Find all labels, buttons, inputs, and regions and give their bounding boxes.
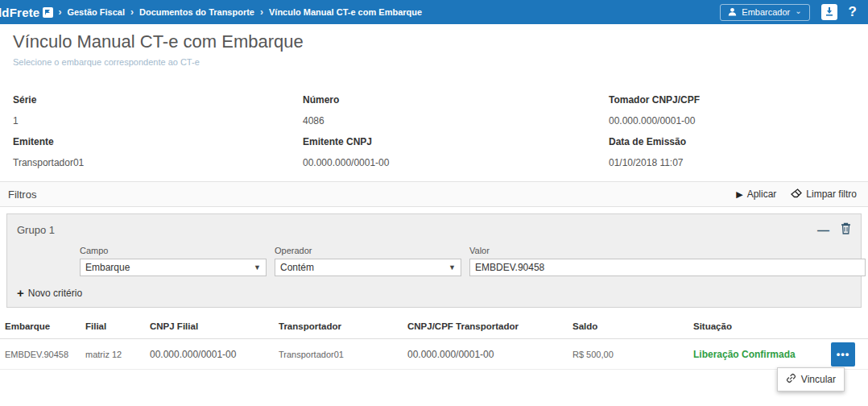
field-label: Emitente bbox=[13, 136, 303, 147]
help-button[interactable]: ? bbox=[849, 4, 860, 20]
campo-label: Campo bbox=[80, 246, 267, 255]
campo-select[interactable]: Embarque ▼ bbox=[80, 259, 267, 276]
cell-filial: matriz 12 bbox=[81, 350, 145, 359]
field-label: Tomador CNPJ/CPF bbox=[609, 94, 855, 106]
page-header: Vínculo Manual CT-e com Embarque Selecio… bbox=[0, 24, 868, 70]
field-value: 00.000.000/0001-00 bbox=[303, 157, 609, 168]
campo-select-value: Embarque bbox=[85, 262, 130, 273]
info-field-data-emissao: Data de Emissão 01/10/2018 11:07 bbox=[609, 136, 855, 168]
plus-icon: + bbox=[17, 288, 24, 298]
field-label: Data de Emissão bbox=[609, 136, 855, 147]
results-table: Embarque Filial CNPJ Filial Transportado… bbox=[0, 314, 868, 370]
app-logo[interactable]: ldFrete bbox=[0, 6, 53, 19]
apply-filter-label: Aplicar bbox=[747, 188, 777, 200]
col-embarque: Embarque bbox=[0, 314, 81, 338]
clear-filter-button[interactable]: Limpar filtro bbox=[791, 188, 857, 201]
vincular-label: Vincular bbox=[801, 374, 836, 385]
valor-label: Valor bbox=[469, 246, 866, 255]
breadcrumb-item-documentos-transporte[interactable]: Documentos do Transporte bbox=[139, 7, 254, 17]
col-cnpj-transportador: CNPJ/CPF Transportador bbox=[403, 314, 568, 338]
page-title: Vínculo Manual CT-e com Embarque bbox=[13, 31, 855, 52]
clear-filter-label: Limpar filtro bbox=[806, 188, 857, 200]
add-criteria-label: Novo critério bbox=[28, 288, 82, 299]
user-menu-button[interactable]: Embarcador ⌄ bbox=[720, 4, 809, 21]
filter-group-actions: — bbox=[817, 222, 851, 238]
cell-saldo: R$ 500,00 bbox=[568, 350, 688, 359]
page-subtitle: Selecione o embarque correspondente ao C… bbox=[13, 57, 855, 67]
breadcrumb-separator-icon: › bbox=[58, 6, 61, 18]
field-value: 1 bbox=[13, 115, 303, 126]
breadcrumb-item-gestao-fiscal[interactable]: Gestão Fiscal bbox=[67, 7, 125, 17]
info-field-emitente: Emitente Transportador01 bbox=[13, 136, 303, 168]
app-logo-text: ldFrete bbox=[0, 6, 39, 19]
play-icon: ▶ bbox=[736, 189, 742, 200]
topbar: ldFrete › Gestão Fiscal › Documentos do … bbox=[0, 0, 868, 24]
info-field-numero: Número 4086 bbox=[303, 94, 609, 126]
valor-input[interactable] bbox=[469, 259, 866, 276]
field-value: Transportador01 bbox=[13, 157, 303, 168]
table-row[interactable]: EMBDEV.90458 matriz 12 00.000.000/0001-0… bbox=[0, 339, 868, 370]
apply-filter-button[interactable]: ▶ Aplicar bbox=[736, 188, 776, 200]
user-menu-label: Embarcador bbox=[742, 7, 790, 17]
select-arrow-icon: ▼ bbox=[448, 263, 456, 271]
table-header: Embarque Filial CNPJ Filial Transportado… bbox=[0, 314, 868, 339]
info-field-serie: Série 1 bbox=[13, 94, 303, 126]
delete-group-button[interactable] bbox=[841, 222, 851, 238]
field-value: 00.000.000/0001-00 bbox=[609, 115, 855, 126]
col-situacao: Situação bbox=[688, 314, 868, 338]
filters-bar: Filtros ▶ Aplicar Limpar filtro bbox=[0, 181, 868, 207]
topbar-actions: Embarcador ⌄ ? bbox=[720, 4, 860, 21]
filter-group-header: Grupo 1 — bbox=[17, 222, 851, 238]
breadcrumb-separator-icon: › bbox=[260, 6, 263, 18]
operador-select[interactable]: Contém ▼ bbox=[275, 259, 461, 276]
cell-cnpj-transportador: 00.000.000/0001-00 bbox=[403, 349, 568, 360]
filter-group-title: Grupo 1 bbox=[17, 224, 55, 236]
col-transportador: Transportador bbox=[274, 314, 403, 338]
campo-field: Campo Embarque ▼ bbox=[80, 246, 267, 276]
download-icon bbox=[825, 5, 834, 19]
cell-embarque: EMBDEV.90458 bbox=[0, 350, 81, 359]
collapse-group-button[interactable]: — bbox=[817, 226, 829, 234]
select-arrow-icon: ▼ bbox=[254, 263, 261, 271]
field-label: Série bbox=[13, 94, 303, 106]
operador-field: Operador Contém ▼ bbox=[275, 246, 461, 276]
field-label: Emitente CNPJ bbox=[303, 136, 609, 147]
cte-info-section: Série 1 Número 4086 Tomador CNPJ/CPF 00.… bbox=[0, 70, 868, 181]
breadcrumb-separator-icon: › bbox=[130, 6, 134, 18]
breadcrumb-item-vinculo-manual[interactable]: Vínculo Manual CT-e com Embarque bbox=[269, 7, 422, 17]
flag-icon bbox=[43, 7, 53, 18]
minus-icon: — bbox=[817, 223, 829, 237]
user-icon bbox=[728, 7, 737, 18]
cell-transportador: Transportador01 bbox=[274, 350, 403, 359]
operador-select-value: Contém bbox=[280, 262, 314, 273]
eraser-icon bbox=[791, 188, 802, 201]
operador-label: Operador bbox=[275, 246, 461, 255]
chevron-down-icon: ⌄ bbox=[795, 6, 801, 15]
filters-actions: ▶ Aplicar Limpar filtro bbox=[736, 188, 857, 201]
add-criteria-button[interactable]: + Novo critério bbox=[17, 288, 82, 299]
filter-criteria-row: Campo Embarque ▼ Operador Contém ▼ Valor bbox=[80, 246, 851, 276]
help-icon: ? bbox=[849, 4, 857, 19]
breadcrumb: › Gestão Fiscal › Documentos do Transpor… bbox=[58, 6, 422, 18]
row-menu-button[interactable]: ••• bbox=[831, 342, 855, 367]
filters-title: Filtros bbox=[8, 188, 36, 201]
field-label: Número bbox=[303, 94, 609, 106]
field-value: 01/10/2018 11:07 bbox=[609, 157, 855, 168]
vincular-menu-item[interactable]: Vincular bbox=[777, 367, 845, 392]
download-button[interactable] bbox=[821, 4, 837, 20]
trash-icon bbox=[841, 223, 851, 237]
col-cnpj-filial: CNPJ Filial bbox=[145, 314, 274, 338]
valor-field: Valor bbox=[469, 246, 866, 276]
info-field-tomador: Tomador CNPJ/CPF 00.000.000/0001-00 bbox=[609, 94, 855, 126]
ellipsis-icon: ••• bbox=[837, 348, 850, 360]
col-saldo: Saldo bbox=[568, 314, 688, 338]
col-filial: Filial bbox=[81, 314, 145, 338]
cell-cnpj-filial: 00.000.000/0001-00 bbox=[145, 349, 274, 360]
filter-group-panel: Grupo 1 — Campo Embarque ▼ Operador Cont… bbox=[6, 213, 862, 308]
link-icon bbox=[786, 373, 796, 386]
field-value: 4086 bbox=[303, 115, 609, 126]
info-field-emitente-cnpj: Emitente CNPJ 00.000.000/0001-00 bbox=[303, 136, 609, 168]
